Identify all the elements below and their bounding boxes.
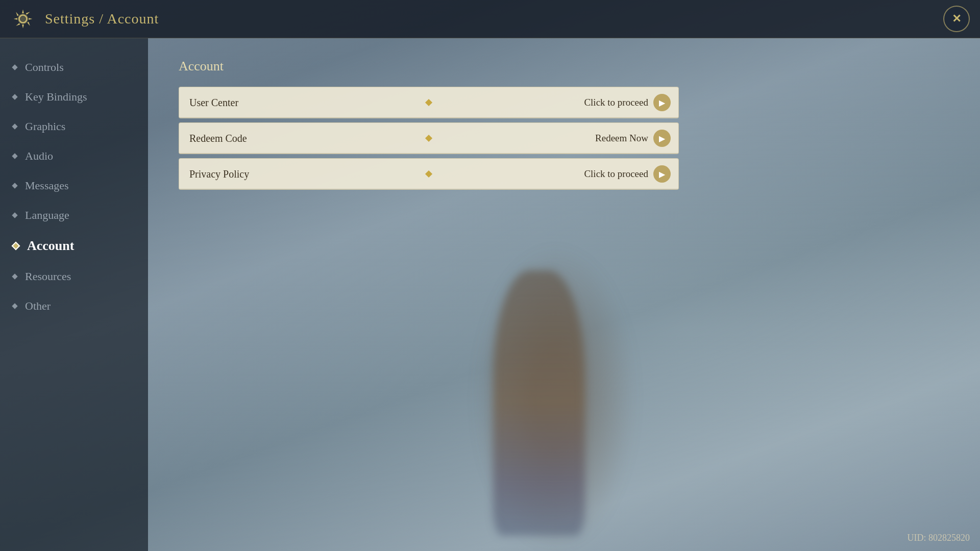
sidebar-item-language[interactable]: Language xyxy=(0,202,148,229)
row-separator-decoration xyxy=(426,100,431,105)
gold-diamond-icon xyxy=(425,135,432,142)
option-label-privacy-policy: Privacy Policy xyxy=(179,168,249,180)
option-arrow-user-center: ▶ xyxy=(653,94,671,111)
options-list: User CenterClick to proceed▶Redeem CodeR… xyxy=(179,87,949,190)
option-row-user-center[interactable]: User CenterClick to proceed▶ xyxy=(179,87,679,118)
row-separator-decoration xyxy=(426,171,431,177)
bullet-icon xyxy=(12,212,17,218)
sidebar-item-other[interactable]: Other xyxy=(0,292,148,320)
close-button[interactable]: ✕ xyxy=(943,6,970,32)
sidebar-item-label: Resources xyxy=(25,270,71,283)
gold-diamond-icon xyxy=(425,99,432,106)
close-icon: ✕ xyxy=(952,12,961,26)
sidebar: ControlsKey BindingsGraphicsAudioMessage… xyxy=(0,38,148,551)
header-bar: Settings / Account ✕ xyxy=(0,0,980,38)
sidebar-item-label: Audio xyxy=(25,149,53,163)
bullet-icon xyxy=(12,183,17,188)
option-arrow-redeem-code: ▶ xyxy=(653,130,671,147)
bullet-icon xyxy=(12,242,20,251)
option-action-user-center: Click to proceed xyxy=(584,97,648,108)
settings-icon xyxy=(10,6,36,32)
sidebar-item-resources[interactable]: Resources xyxy=(0,263,148,290)
option-right-privacy-policy: Click to proceed▶ xyxy=(584,165,678,183)
sidebar-item-graphics[interactable]: Graphics xyxy=(0,113,148,140)
sidebar-item-label: Messages xyxy=(25,179,69,192)
main-content: ControlsKey BindingsGraphicsAudioMessage… xyxy=(0,38,980,551)
sidebar-item-label: Controls xyxy=(25,61,64,74)
sidebar-item-label: Account xyxy=(27,238,74,254)
sidebar-item-label: Language xyxy=(25,209,69,222)
header-title: Settings / Account xyxy=(45,11,159,27)
bullet-icon xyxy=(12,303,17,309)
option-row-privacy-policy[interactable]: Privacy PolicyClick to proceed▶ xyxy=(179,158,679,190)
sidebar-item-label: Key Bindings xyxy=(25,90,87,104)
bullet-icon xyxy=(12,153,17,159)
option-right-redeem-code: Redeem Now▶ xyxy=(595,130,678,147)
sidebar-item-messages[interactable]: Messages xyxy=(0,172,148,199)
svg-point-1 xyxy=(20,16,26,21)
option-row-redeem-code[interactable]: Redeem CodeRedeem Now▶ xyxy=(179,122,679,154)
sidebar-item-audio[interactable]: Audio xyxy=(0,142,148,170)
option-action-privacy-policy: Click to proceed xyxy=(584,168,648,180)
content-area: Account User CenterClick to proceed▶Rede… xyxy=(148,38,980,551)
section-title: Account xyxy=(179,59,949,74)
uid-label: UID: 802825820 xyxy=(908,533,970,543)
row-separator-decoration xyxy=(426,136,431,141)
sidebar-item-controls[interactable]: Controls xyxy=(0,54,148,81)
sidebar-item-label: Other xyxy=(25,299,51,313)
option-right-user-center: Click to proceed▶ xyxy=(584,94,678,111)
bullet-icon xyxy=(12,94,17,99)
sidebar-item-key-bindings[interactable]: Key Bindings xyxy=(0,83,148,111)
bullet-icon xyxy=(12,64,17,70)
bullet-icon xyxy=(12,123,17,129)
sidebar-item-account[interactable]: Account xyxy=(0,231,148,261)
option-label-user-center: User Center xyxy=(179,97,238,109)
gold-diamond-icon xyxy=(425,170,432,178)
bullet-icon xyxy=(12,273,17,279)
option-action-redeem-code: Redeem Now xyxy=(595,133,648,144)
sidebar-item-label: Graphics xyxy=(25,120,65,133)
option-arrow-privacy-policy: ▶ xyxy=(653,165,671,183)
option-label-redeem-code: Redeem Code xyxy=(179,133,247,144)
